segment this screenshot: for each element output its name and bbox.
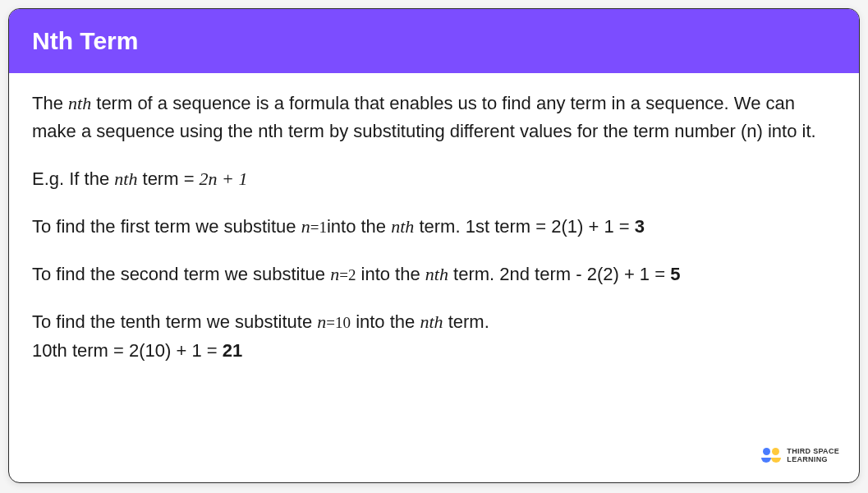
answer: 3: [635, 216, 645, 237]
math-nth: nth: [68, 93, 91, 113]
paragraph-intro: The nth term of a sequence is a formula …: [32, 90, 836, 145]
math-sub: n=10: [317, 314, 351, 331]
paragraph-example: E.g. If the nth term = 2n + 1: [32, 165, 836, 193]
card-content: The nth term of a sequence is a formula …: [9, 73, 859, 381]
logo-text: THIRD SPACE LEARNING: [787, 448, 839, 464]
answer: 21: [223, 340, 242, 361]
math-nth: nth: [114, 168, 137, 189]
math-sub: n=1: [301, 219, 327, 236]
math-formula: 2n + 1: [200, 168, 248, 189]
paragraph-second-term: To find the second term we substitue n=2…: [32, 260, 836, 288]
lesson-card: Nth Term The nth term of a sequence is a…: [8, 8, 860, 483]
math-nth: nth: [420, 311, 443, 332]
math-nth: nth: [425, 264, 448, 284]
paragraph-tenth-term: To find the tenth term we substitute n=1…: [32, 308, 836, 364]
brand-logo: THIRD SPACE LEARNING: [761, 448, 839, 464]
paragraph-first-term: To find the first term we substitue n=1i…: [32, 213, 836, 241]
math-nth: nth: [391, 216, 414, 237]
card-header: Nth Term: [9, 9, 859, 73]
math-sub: n=2: [330, 266, 356, 283]
logo-icon: [761, 448, 781, 464]
card-title: Nth Term: [32, 27, 138, 54]
answer: 5: [670, 264, 680, 284]
